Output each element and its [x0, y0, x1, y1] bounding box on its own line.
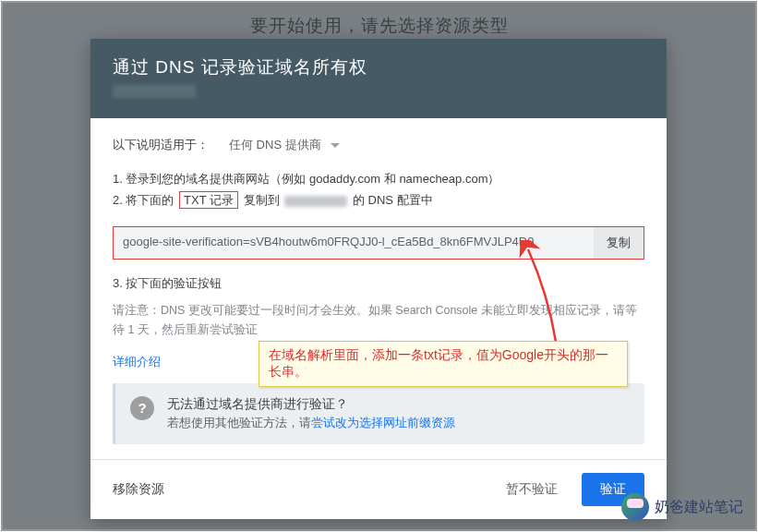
backdrop-heading: 要开始使用，请先选择资源类型: [3, 14, 755, 38]
annotation-callout: 在域名解析里面，添加一条txt记录，值为Google开头的那一长串。: [259, 341, 628, 387]
step-2-prefix: 2. 将下面的: [113, 193, 174, 207]
remove-resource-link[interactable]: 移除资源: [113, 481, 164, 498]
watermark: 奶爸建站笔记: [621, 493, 743, 521]
dialog-domain-blurred: [113, 85, 196, 98]
txt-record-highlight: TXT 记录: [179, 191, 238, 209]
txt-record-container: google-site-verification=sVB4houtw6m0FRQ…: [113, 226, 644, 260]
dialog-body: 以下说明适用于： 任何 DNS 提供商 1. 登录到您的域名提供商网站（例如 g…: [90, 118, 667, 459]
warn-title: 无法通过域名提供商进行验证？: [167, 396, 455, 413]
domain-blurred: [284, 196, 347, 207]
chevron-down-icon: [331, 143, 340, 148]
warn-content: 无法通过域名提供商进行验证？ 若想使用其他验证方法，请尝试改为选择网址前缀资源: [167, 396, 455, 431]
warn-box: ? 无法通过域名提供商进行验证？ 若想使用其他验证方法，请尝试改为选择网址前缀资…: [113, 383, 644, 444]
warn-link[interactable]: 尝试改为选择网址前缀资源: [311, 417, 455, 429]
step-1: 1. 登录到您的域名提供商网站（例如 godaddy.com 和 nameche…: [113, 168, 644, 189]
warn-sub-prefix: 若想使用其他验证方法，请: [167, 417, 311, 429]
step-3: 3. 按下面的验证按钮: [113, 272, 644, 294]
provider-dropdown[interactable]: 任何 DNS 提供商: [229, 137, 340, 153]
dns-verify-dialog: 通过 DNS 记录验证域名所有权 以下说明适用于： 任何 DNS 提供商 1. …: [90, 39, 667, 519]
dialog-header: 通过 DNS 记录验证域名所有权: [90, 39, 667, 118]
provider-row: 以下说明适用于： 任何 DNS 提供商: [113, 137, 644, 153]
step-2-suffix: 的 DNS 配置中: [353, 193, 433, 207]
watermark-text: 奶爸建站笔记: [655, 498, 743, 517]
step-2-mid: 复制到: [244, 193, 280, 207]
copy-button[interactable]: 复制: [594, 227, 644, 259]
dialog-title: 通过 DNS 记录验证域名所有权: [113, 55, 644, 79]
warn-sub: 若想使用其他验证方法，请尝试改为选择网址前缀资源: [167, 416, 455, 431]
dns-note: 请注意：DNS 更改可能要过一段时间才会生效。如果 Search Console…: [113, 301, 644, 341]
detail-link[interactable]: 详细介绍: [113, 354, 161, 370]
provider-label: 以下说明适用于：: [113, 137, 209, 153]
txt-record-value[interactable]: google-site-verification=sVB4houtw6m0FRQ…: [114, 227, 594, 259]
step-2: 2. 将下面的 TXT 记录 复制到 的 DNS 配置中: [113, 189, 644, 211]
provider-selected-value: 任何 DNS 提供商: [229, 137, 321, 153]
question-icon: ?: [130, 396, 154, 420]
watermark-icon: [621, 493, 649, 521]
dialog-footer: 移除资源 暂不验证 验证: [90, 459, 667, 519]
skip-button[interactable]: 暂不验证: [493, 474, 571, 505]
